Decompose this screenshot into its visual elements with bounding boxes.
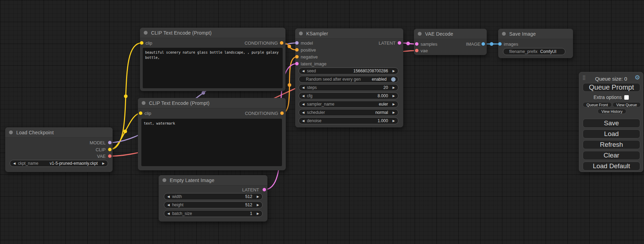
collapse-dot-icon[interactable] [142, 101, 145, 105]
load-button[interactable]: Load [583, 129, 640, 138]
increment-arrow-icon[interactable]: ▶ [392, 111, 395, 114]
node-load-checkpoint[interactable]: Load Checkpoint MODEL CLIP VAE ◀ ckpt_na… [5, 127, 113, 172]
node-ksampler[interactable]: KSampler model positive negative latent_… [295, 28, 403, 127]
clear-button[interactable]: Clear [583, 151, 640, 160]
decrement-arrow-icon[interactable]: ◀ [167, 204, 170, 207]
widget-width[interactable]: ◀ width 512 ▶ [164, 193, 263, 200]
widget-batch-size[interactable]: ◀ batch_size 1 ▶ [164, 210, 263, 217]
increment-arrow-icon[interactable]: ▶ [392, 119, 395, 123]
node-title-bar: Load Checkpoint [5, 127, 113, 138]
node-title-bar: Empty Latent Image [159, 175, 267, 186]
decrement-arrow-icon[interactable]: ◀ [302, 119, 305, 123]
widget-ckpt-name[interactable]: ◀ ckpt_name v1-5-pruned-emaonly.ckpt ▶ [10, 160, 108, 167]
refresh-button[interactable]: Refresh [583, 140, 640, 149]
widget-value: 8.000 [378, 93, 390, 98]
widget-value: 512 [245, 194, 254, 199]
increment-arrow-icon[interactable]: ▶ [392, 94, 395, 98]
output-slot-vae[interactable] [108, 154, 112, 158]
node-clip-text-encode-negative[interactable]: CLIP Text Encode (Prompt) clip CONDITION… [138, 98, 286, 170]
toggle-circle-icon[interactable] [391, 77, 396, 82]
output-slot-conditioning[interactable] [280, 41, 283, 45]
decrement-arrow-icon[interactable]: ◀ [302, 111, 305, 114]
input-slot-clip[interactable] [139, 111, 142, 115]
increment-arrow-icon[interactable]: ▶ [257, 212, 259, 215]
input-slot-clip[interactable] [140, 41, 143, 45]
widget-value: normal [375, 110, 390, 115]
queue-prompt-button[interactable]: Queue Prompt [583, 83, 640, 92]
extra-options-checkbox[interactable] [624, 95, 629, 100]
widget-height[interactable]: ◀ height 512 ▶ [164, 201, 263, 208]
increment-arrow-icon[interactable]: ▶ [102, 162, 105, 165]
widget-steps[interactable]: ◀ steps 20 ▶ [299, 84, 398, 91]
increment-arrow-icon[interactable]: ▶ [257, 195, 259, 198]
output-slot-clip[interactable] [108, 148, 112, 151]
input-slot-latent-image[interactable] [295, 62, 299, 65]
queue-front-button[interactable]: Queue Front [583, 102, 612, 107]
increment-arrow-icon[interactable]: ▶ [392, 86, 395, 89]
widget-scheduler[interactable]: ◀ scheduler normal ▶ [299, 109, 398, 116]
node-vae-decode[interactable]: VAE Decode samples vae IMAGE [414, 29, 487, 55]
input-label-positive: positive [301, 47, 316, 53]
node-title: KSampler [306, 31, 328, 36]
load-default-button[interactable]: Load Default [583, 162, 640, 171]
queue-menu-panel[interactable]: ⣿ Queue size: 0 ⚙ Queue Prompt Extra opt… [579, 72, 643, 172]
node-title-bar: CLIP Text Encode (Prompt) [140, 28, 285, 38]
node-clip-text-encode-positive[interactable]: CLIP Text Encode (Prompt) clip CONDITION… [140, 28, 285, 91]
widget-label: ckpt_name [18, 161, 38, 166]
settings-gear-icon[interactable]: ⚙ [635, 74, 640, 81]
increment-arrow-icon[interactable]: ▶ [392, 70, 395, 73]
widget-label: sampler_name [307, 102, 334, 107]
collapse-dot-icon[interactable] [418, 32, 422, 36]
input-label-negative: negative [301, 54, 318, 60]
widget-label: cfg [307, 93, 312, 98]
widget-sampler-name[interactable]: ◀ sampler_name euler ▶ [299, 101, 398, 108]
decrement-arrow-icon[interactable]: ◀ [302, 94, 305, 98]
increment-arrow-icon[interactable]: ▶ [257, 204, 259, 207]
widget-denoise[interactable]: ◀ denoise 1.000 ▶ [299, 117, 398, 124]
comfyui-canvas[interactable]: { "colors": { "model": "#B39DDB", "clip"… [0, 0, 644, 244]
widget-random-seed-toggle[interactable]: Random seed after every gen enabled [299, 76, 398, 83]
input-slot-samples[interactable] [415, 42, 418, 46]
decrement-arrow-icon[interactable]: ◀ [302, 86, 305, 89]
decrement-arrow-icon[interactable]: ◀ [302, 103, 305, 106]
node-title: VAE Decode [425, 31, 453, 37]
view-history-button[interactable]: View History [598, 109, 626, 114]
collapse-dot-icon[interactable] [299, 31, 303, 35]
input-label-clip: clip [144, 111, 151, 116]
widget-seed[interactable]: ◀ seed 156680208700286 ▶ [299, 67, 398, 74]
collapse-dot-icon[interactable] [9, 130, 13, 134]
negative-prompt-textarea[interactable]: text, watermark [141, 119, 282, 166]
widget-filename-prefix[interactable]: filename_prefix ComfyUI [503, 48, 565, 55]
collapse-dot-icon[interactable] [144, 31, 148, 35]
output-slot-latent[interactable] [263, 188, 266, 191]
input-slot-vae[interactable] [415, 49, 418, 52]
collapse-dot-icon[interactable] [502, 32, 506, 36]
output-slot-model[interactable] [108, 141, 112, 144]
output-slot-conditioning[interactable] [280, 111, 284, 115]
input-slot-images[interactable] [498, 42, 502, 46]
node-title: Save Image [509, 31, 536, 37]
widget-label: steps [307, 85, 317, 90]
collapse-dot-icon[interactable] [162, 178, 166, 182]
input-slot-model[interactable] [295, 41, 299, 45]
positive-prompt-textarea[interactable]: beautiful scenery nature glass bottle la… [143, 48, 283, 88]
widget-label: scheduler [307, 110, 325, 115]
save-button[interactable]: Save [583, 119, 640, 128]
increment-arrow-icon[interactable]: ▶ [392, 103, 395, 106]
view-queue-button[interactable]: View Queue [612, 102, 641, 107]
decrement-arrow-icon[interactable]: ◀ [167, 212, 170, 215]
output-slot-image[interactable] [482, 42, 485, 46]
node-empty-latent-image[interactable]: Empty Latent Image LATENT ◀ width 512 ▶ … [159, 175, 267, 222]
decrement-arrow-icon[interactable]: ◀ [302, 70, 305, 73]
decrement-arrow-icon[interactable]: ◀ [167, 195, 170, 198]
input-slot-negative[interactable] [295, 55, 299, 58]
input-slot-positive[interactable] [295, 48, 299, 52]
widget-value: v1-5-pruned-emaonly.ckpt [50, 161, 100, 166]
output-slot-latent[interactable] [398, 41, 401, 45]
decrement-arrow-icon[interactable]: ◀ [13, 162, 16, 165]
output-label-conditioning: CONDITIONING [245, 40, 278, 46]
widget-value: euler [379, 102, 390, 107]
node-save-image[interactable]: Save Image images filename_prefix ComfyU… [498, 29, 573, 58]
extra-options-label: Extra options [593, 94, 622, 100]
widget-cfg[interactable]: ◀ cfg 8.000 ▶ [299, 92, 398, 99]
